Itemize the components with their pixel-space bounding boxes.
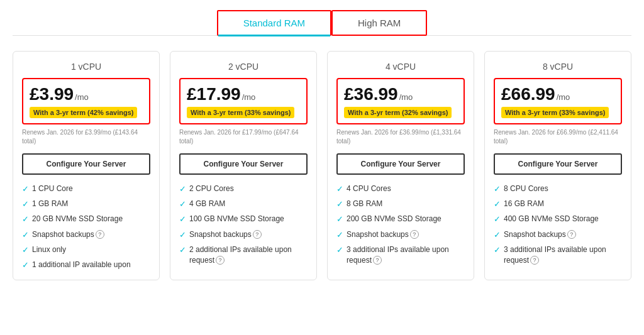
list-item: ✓ Linux only [22, 244, 150, 256]
price-amount-plan-1vcpu: £3.99 [30, 85, 74, 103]
tab-high-ram[interactable]: High RAM [331, 10, 427, 36]
list-item: ✓ 8 CPU Cores [494, 184, 622, 195]
feature-text: 1 CPU Core [32, 184, 73, 194]
feature-text: 100 GB NVMe SSD Storage [189, 214, 284, 224]
renews-info-plan-4vcpu: Renews Jan. 2026 for £36.99/mo (£1,331.6… [336, 128, 465, 146]
list-item: ✓ 2 additional IPs available upon reques… [179, 244, 308, 266]
feature-text: Snapshot backups? [189, 229, 262, 240]
tab-bar: Standard RAM High RAM [13, 10, 631, 36]
help-icon[interactable]: ? [567, 230, 576, 239]
price-box-plan-4vcpu: £36.99 /mo With a 3-yr term (32% savings… [336, 78, 465, 124]
renews-info-plan-8vcpu: Renews Jan. 2026 for £66.99/mo (£2,411.6… [494, 128, 622, 146]
feature-text: 2 CPU Cores [189, 184, 234, 194]
list-item: ✓ 16 GB RAM [494, 199, 622, 210]
list-item: ✓ 1 GB RAM [22, 199, 150, 210]
feature-text: 3 additional IPs available upon request? [504, 244, 622, 266]
check-icon: ✓ [336, 199, 343, 210]
price-period-plan-1vcpu: /mo [75, 92, 89, 102]
features-list-plan-4vcpu: ✓ 4 CPU Cores ✓ 8 GB RAM ✓ 200 GB NVMe S… [336, 184, 465, 265]
check-icon: ✓ [336, 244, 343, 256]
help-icon[interactable]: ? [96, 230, 104, 239]
plan-name-plan-8vcpu: 8 vCPU [494, 62, 622, 72]
check-icon: ✓ [22, 214, 29, 225]
list-item: ✓ 20 GB NVMe SSD Storage [22, 214, 150, 225]
feature-text: 4 CPU Cores [347, 184, 391, 194]
feature-text: Snapshot backups? [347, 229, 419, 240]
feature-text: 200 GB NVMe SSD Storage [347, 214, 441, 224]
plan-name-plan-1vcpu: 1 vCPU [22, 62, 150, 72]
list-item: ✓ 4 GB RAM [179, 199, 308, 210]
savings-badge-plan-4vcpu: With a 3-yr term (32% savings) [344, 107, 452, 118]
price-period-plan-4vcpu: /mo [399, 92, 413, 102]
check-icon: ✓ [494, 184, 501, 195]
price-amount-plan-4vcpu: £36.99 [344, 85, 398, 103]
check-icon: ✓ [179, 184, 186, 195]
list-item: ✓ 2 CPU Cores [179, 184, 308, 195]
price-amount-plan-8vcpu: £66.99 [501, 85, 555, 103]
features-list-plan-2vcpu: ✓ 2 CPU Cores ✓ 4 GB RAM ✓ 100 GB NVMe S… [179, 184, 308, 265]
list-item: ✓ Snapshot backups? [336, 229, 465, 241]
check-icon: ✓ [179, 229, 186, 241]
check-icon: ✓ [494, 199, 501, 210]
check-icon: ✓ [494, 229, 501, 241]
savings-badge-plan-1vcpu: With a 3-yr term (42% savings) [30, 107, 137, 118]
list-item: ✓ Snapshot backups? [494, 229, 622, 241]
feature-text: Snapshot backups? [32, 229, 104, 240]
price-box-plan-1vcpu: £3.99 /mo With a 3-yr term (42% savings) [22, 78, 150, 124]
check-icon: ✓ [494, 244, 501, 256]
renews-info-plan-1vcpu: Renews Jan. 2026 for £3.99/mo (£143.64 t… [22, 128, 150, 146]
plan-name-plan-2vcpu: 2 vCPU [179, 62, 308, 72]
renews-info-plan-2vcpu: Renews Jan. 2026 for £17.99/mo (£647.64 … [179, 128, 308, 146]
plan-card-plan-4vcpu: 4 vCPU £36.99 /mo With a 3-yr term (32% … [327, 51, 474, 280]
configure-button-plan-8vcpu[interactable]: Configure Your Server [494, 153, 622, 175]
plan-card-plan-8vcpu: 8 vCPU £66.99 /mo With a 3-yr term (33% … [484, 51, 631, 280]
help-icon[interactable]: ? [373, 256, 382, 265]
feature-text: Snapshot backups? [504, 229, 576, 240]
check-icon: ✓ [336, 214, 343, 225]
price-box-plan-2vcpu: £17.99 /mo With a 3-yr term (33% savings… [179, 78, 308, 124]
configure-button-plan-1vcpu[interactable]: Configure Your Server [22, 153, 150, 175]
help-icon[interactable]: ? [530, 256, 539, 265]
feature-text: 16 GB RAM [504, 199, 544, 209]
list-item: ✓ 3 additional IPs available upon reques… [336, 244, 465, 266]
features-list-plan-1vcpu: ✓ 1 CPU Core ✓ 1 GB RAM ✓ 20 GB NVMe SSD… [22, 184, 150, 271]
check-icon: ✓ [336, 229, 343, 241]
list-item: ✓ Snapshot backups? [22, 229, 150, 241]
price-main-plan-8vcpu: £66.99 /mo [501, 85, 614, 103]
list-item: ✓ 4 CPU Cores [336, 184, 465, 195]
configure-button-plan-2vcpu[interactable]: Configure Your Server [179, 153, 308, 175]
feature-text: 400 GB NVMe SSD Storage [504, 214, 599, 224]
check-icon: ✓ [179, 199, 186, 210]
price-period-plan-2vcpu: /mo [242, 92, 256, 102]
check-icon: ✓ [22, 199, 29, 210]
price-main-plan-2vcpu: £17.99 /mo [187, 85, 300, 103]
plans-grid: 1 vCPU £3.99 /mo With a 3-yr term (42% s… [13, 51, 631, 280]
feature-text: 8 CPU Cores [504, 184, 548, 194]
check-icon: ✓ [336, 184, 343, 195]
price-box-plan-8vcpu: £66.99 /mo With a 3-yr term (33% savings… [494, 78, 622, 124]
help-icon[interactable]: ? [253, 230, 262, 239]
list-item: ✓ 200 GB NVMe SSD Storage [336, 214, 465, 225]
price-amount-plan-2vcpu: £17.99 [187, 85, 241, 103]
feature-text: 4 GB RAM [189, 199, 225, 209]
page-wrapper: Standard RAM High RAM 1 vCPU £3.99 /mo W… [0, 0, 644, 293]
list-item: ✓ 400 GB NVMe SSD Storage [494, 214, 622, 225]
price-main-plan-1vcpu: £3.99 /mo [30, 85, 143, 103]
tab-standard-ram[interactable]: Standard RAM [217, 10, 331, 36]
help-icon[interactable]: ? [410, 230, 419, 239]
configure-button-plan-4vcpu[interactable]: Configure Your Server [336, 153, 465, 175]
help-icon[interactable]: ? [216, 256, 225, 265]
list-item: ✓ Snapshot backups? [179, 229, 308, 241]
feature-text: 3 additional IPs available upon request? [347, 244, 465, 266]
check-icon: ✓ [22, 244, 29, 256]
feature-text: 2 additional IPs available upon request? [189, 244, 308, 266]
plan-name-plan-4vcpu: 4 vCPU [336, 62, 465, 72]
check-icon: ✓ [179, 214, 186, 225]
list-item: ✓ 100 GB NVMe SSD Storage [179, 214, 308, 225]
savings-badge-plan-2vcpu: With a 3-yr term (33% savings) [187, 107, 294, 118]
list-item: ✓ 3 additional IPs available upon reques… [494, 244, 622, 266]
list-item: ✓ 1 CPU Core [22, 184, 150, 195]
feature-text: Linux only [32, 244, 66, 255]
plan-card-plan-2vcpu: 2 vCPU £17.99 /mo With a 3-yr term (33% … [170, 51, 317, 280]
check-icon: ✓ [179, 244, 186, 256]
